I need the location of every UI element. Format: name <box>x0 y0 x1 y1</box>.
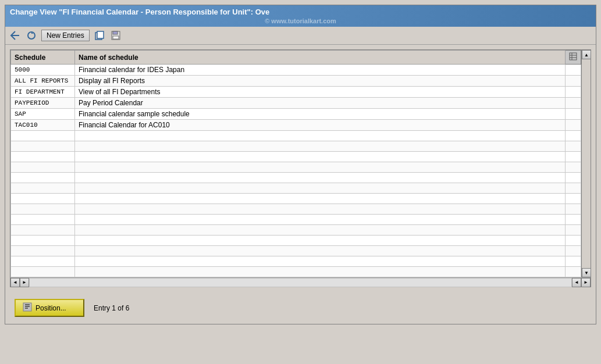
table-row[interactable] <box>11 194 581 204</box>
table-row[interactable] <box>11 215 581 225</box>
cell-empty <box>566 246 581 256</box>
data-table-container: Schedule Name of schedule <box>10 49 591 287</box>
cell-empty <box>566 152 581 162</box>
table-row[interactable] <box>11 235 581 246</box>
table-row[interactable] <box>11 183 581 194</box>
cell-empty <box>566 109 581 120</box>
cell-name <box>75 173 566 183</box>
cell-schedule <box>11 215 75 225</box>
toolbar: New Entries <box>5 27 596 45</box>
svg-rect-4 <box>113 31 118 34</box>
cell-schedule <box>11 204 75 215</box>
cell-schedule <box>11 183 75 194</box>
cell-empty <box>566 162 581 173</box>
cell-empty <box>566 120 581 131</box>
col-header-name: Name of schedule <box>75 51 566 65</box>
table-row[interactable] <box>11 162 581 173</box>
refresh-icon[interactable] <box>25 29 38 42</box>
cell-name <box>75 162 566 173</box>
cell-schedule <box>11 256 75 267</box>
cell-schedule: PAYPERIOD <box>11 98 75 109</box>
scroll-down-arrow[interactable]: ▼ <box>582 268 591 277</box>
position-button[interactable]: Position... <box>15 299 84 317</box>
table-row[interactable] <box>11 131 581 141</box>
cell-schedule <box>11 173 75 183</box>
cell-schedule <box>11 162 75 173</box>
cell-name <box>75 141 566 152</box>
table-row[interactable]: 5000Financial calendar for IDES Japan <box>11 65 581 76</box>
cell-name <box>75 256 566 267</box>
cell-schedule <box>11 131 75 141</box>
svg-rect-10 <box>23 303 31 311</box>
cell-schedule: FI DEPARTMENT <box>11 87 75 98</box>
main-window: Change View "FI Financial Calendar - Per… <box>5 5 596 324</box>
table-row[interactable] <box>11 256 581 267</box>
table-row[interactable] <box>11 173 581 183</box>
cell-schedule <box>11 235 75 246</box>
cell-empty <box>566 65 581 76</box>
table-row[interactable] <box>11 267 581 277</box>
cell-name <box>75 246 566 256</box>
cell-schedule: TAC010 <box>11 120 75 131</box>
cell-schedule <box>11 152 75 162</box>
table-row[interactable]: FI DEPARTMENTView of all FI Departments <box>11 87 581 98</box>
watermark: © www.tutorialkart.com <box>10 17 591 24</box>
col-header-schedule: Schedule <box>11 51 75 65</box>
cell-empty <box>566 87 581 98</box>
cell-name: Pay Period Calendar <box>75 98 566 109</box>
horizontal-scrollbar: ◄ ► ◄ ► <box>10 277 591 287</box>
cell-schedule <box>11 246 75 256</box>
cell-name <box>75 183 566 194</box>
table-row[interactable]: SAPFinancial calendar sample schedule <box>11 109 581 120</box>
cell-name: Financial Calendar for AC010 <box>75 120 566 131</box>
cell-empty <box>566 235 581 246</box>
table-row[interactable]: PAYPERIODPay Period Calendar <box>11 98 581 109</box>
cell-schedule: 5000 <box>11 65 75 76</box>
horiz-scroll-track[interactable] <box>29 278 572 287</box>
table-row[interactable] <box>11 225 581 235</box>
cell-name <box>75 152 566 162</box>
cell-empty <box>566 225 581 235</box>
new-entries-button[interactable]: New Entries <box>41 30 90 41</box>
cell-empty <box>566 183 581 194</box>
table-row[interactable] <box>11 141 581 152</box>
cell-name: Financial calendar for IDES Japan <box>75 65 566 76</box>
position-icon <box>23 302 32 313</box>
cell-empty <box>566 98 581 109</box>
cell-schedule: SAP <box>11 109 75 120</box>
cell-schedule <box>11 141 75 152</box>
cell-empty <box>566 76 581 87</box>
table-row[interactable] <box>11 152 581 162</box>
scroll-right-end-arrow[interactable]: ► <box>581 278 591 287</box>
cell-name: Financial calendar sample schedule <box>75 109 566 120</box>
scroll-left-end-arrow[interactable]: ◄ <box>572 278 581 287</box>
cell-schedule <box>11 225 75 235</box>
table-row[interactable]: ALL FI REPORTSDisplay all FI Reports <box>11 76 581 87</box>
save-icon[interactable] <box>109 29 122 42</box>
copy-icon[interactable] <box>93 29 106 42</box>
scroll-up-arrow[interactable]: ▲ <box>582 50 591 59</box>
cell-empty <box>566 215 581 225</box>
scroll-right-arrow[interactable]: ► <box>20 278 29 287</box>
column-settings-icon[interactable] <box>566 51 581 65</box>
svg-rect-5 <box>113 36 119 39</box>
cell-schedule <box>11 267 75 277</box>
content-area: Schedule Name of schedule <box>5 45 596 292</box>
svg-rect-6 <box>570 53 577 60</box>
table-row[interactable] <box>11 246 581 256</box>
entry-count: Entry 1 of 6 <box>94 304 129 312</box>
svg-rect-2 <box>97 31 104 38</box>
scroll-left-arrow[interactable]: ◄ <box>10 278 20 287</box>
cell-empty <box>566 267 581 277</box>
table-row[interactable]: TAC010Financial Calendar for AC010 <box>11 120 581 131</box>
window-title: Change View "FI Financial Calendar - Per… <box>10 8 269 16</box>
cell-name <box>75 267 566 277</box>
cell-name <box>75 215 566 225</box>
cell-name <box>75 131 566 141</box>
back-icon[interactable] <box>9 29 22 42</box>
position-button-label: Position... <box>35 304 66 312</box>
cell-name <box>75 204 566 215</box>
table-row[interactable] <box>11 204 581 215</box>
cell-empty <box>566 204 581 215</box>
cell-name <box>75 194 566 204</box>
